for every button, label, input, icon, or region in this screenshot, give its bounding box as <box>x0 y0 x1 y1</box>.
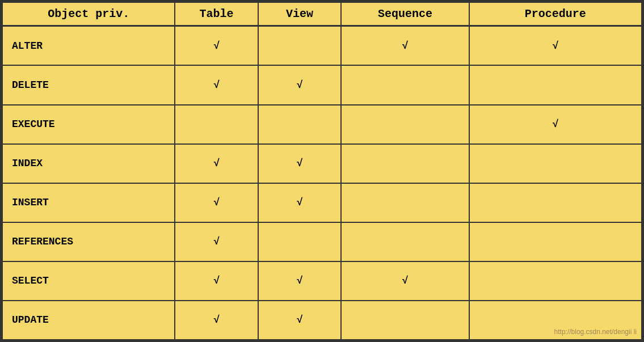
cell-table: √ <box>175 65 258 104</box>
table-row: UPDATE√√ <box>2 301 642 340</box>
cell-sequence: √ <box>341 26 469 66</box>
table-row: INDEX√√ <box>2 144 642 183</box>
watermark: http://blog.csdn.net/dengii li <box>554 328 637 336</box>
header-sequence: Sequence <box>341 2 469 26</box>
table-row: REFERENCES√ <box>2 222 642 261</box>
header-row: Object priv. Table View Sequence Procedu… <box>2 2 642 26</box>
cell-priv-name: SELECT <box>2 261 175 301</box>
cell-priv-name: ALTER <box>2 26 175 66</box>
cell-table: √ <box>175 144 258 183</box>
table-row: EXECUTE√ <box>2 105 642 144</box>
cell-priv-name: UPDATE <box>2 301 175 340</box>
table-row: ALTER√√√ <box>2 26 642 66</box>
cell-sequence: √ <box>341 261 469 301</box>
cell-table: √ <box>175 26 258 66</box>
cell-procedure <box>469 222 642 261</box>
cell-priv-name: REFERENCES <box>2 222 175 261</box>
cell-procedure <box>469 183 642 222</box>
table-row: SELECT√√√ <box>2 261 642 301</box>
cell-view: √ <box>258 144 342 183</box>
cell-procedure <box>469 65 642 104</box>
cell-procedure: √ <box>469 26 642 66</box>
cell-view: √ <box>258 261 342 301</box>
cell-table: √ <box>175 261 258 301</box>
cell-sequence <box>341 301 469 340</box>
cell-view <box>258 26 342 66</box>
cell-priv-name: INSERT <box>2 183 175 222</box>
cell-table: √ <box>175 301 258 340</box>
main-container: Object priv. Table View Sequence Procedu… <box>0 0 644 342</box>
cell-table: √ <box>175 183 258 222</box>
privileges-table: Object priv. Table View Sequence Procedu… <box>2 2 642 340</box>
cell-procedure <box>469 261 642 301</box>
cell-table <box>175 105 258 144</box>
cell-priv-name: EXECUTE <box>2 105 175 144</box>
cell-priv-name: INDEX <box>2 144 175 183</box>
cell-sequence <box>341 65 469 104</box>
cell-priv-name: DELETE <box>2 65 175 104</box>
table-row: DELETE√√ <box>2 65 642 104</box>
cell-view <box>258 105 342 144</box>
cell-view: √ <box>258 301 342 340</box>
cell-sequence <box>341 183 469 222</box>
header-table: Table <box>175 2 258 26</box>
table-row: INSERT√√ <box>2 183 642 222</box>
cell-procedure <box>469 144 642 183</box>
cell-sequence <box>341 222 469 261</box>
cell-view: √ <box>258 183 342 222</box>
header-view: View <box>258 2 342 26</box>
cell-sequence <box>341 105 469 144</box>
cell-procedure: √ <box>469 105 642 144</box>
cell-sequence <box>341 144 469 183</box>
cell-view: √ <box>258 65 342 104</box>
cell-view <box>258 222 342 261</box>
header-object-priv: Object priv. <box>2 2 175 26</box>
cell-table: √ <box>175 222 258 261</box>
header-procedure: Procedure <box>469 2 642 26</box>
